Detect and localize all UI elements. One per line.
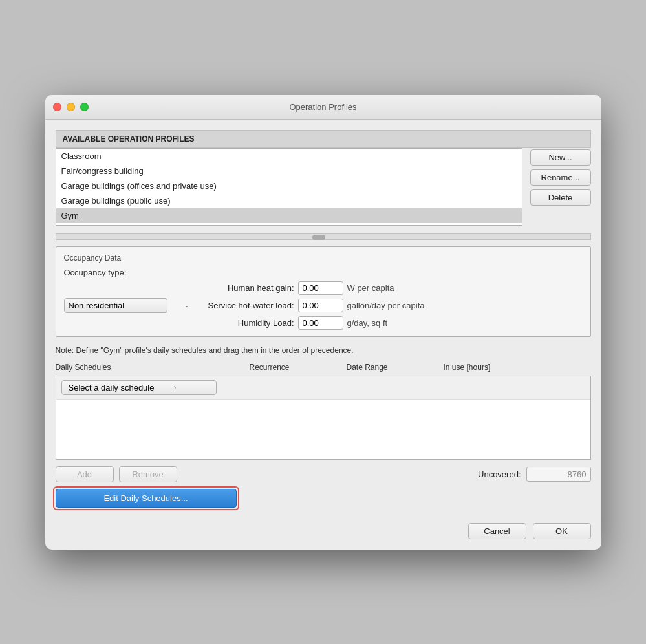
uncovered-label: Uncovered: (478, 469, 521, 479)
occupancy-fields-row: Non residential Residential Human heat g… (64, 281, 583, 330)
service-hot-water-unit: gallon/day per capita (347, 301, 425, 310)
rename-button[interactable]: Rename... (530, 169, 591, 186)
occupancy-right: Human heat gain: W per capita Service ho… (204, 281, 583, 330)
occupancy-type-select[interactable]: Non residential Residential (64, 298, 167, 313)
uncovered-section: Uncovered: (478, 467, 590, 482)
occupancy-left: Non residential Residential (64, 298, 193, 313)
titlebar-buttons (53, 103, 89, 111)
profiles-section-header: AVAILABLE OPERATION PROFILES (56, 130, 591, 148)
col-header-in-use: In use [hours] (444, 363, 508, 372)
col-header-recurrence: Recurrence (250, 363, 347, 372)
window-title: Operation Profiles (289, 102, 356, 112)
main-window: Operation Profiles AVAILABLE OPERATION P… (45, 95, 601, 550)
new-button[interactable]: New... (530, 149, 591, 166)
scrollbar-thumb[interactable] (312, 235, 325, 240)
remove-button[interactable]: Remove (119, 466, 177, 482)
profiles-list-area: Classroom Fair/congress building Garage … (56, 148, 591, 226)
minimize-button[interactable] (67, 103, 75, 111)
occupancy-title: Occupancy Data (64, 253, 583, 263)
uncovered-input[interactable] (526, 467, 591, 482)
humidity-load-unit: g/day, sq ft (347, 318, 388, 328)
humidity-load-row: Humidity Load: g/day, sq ft (204, 316, 583, 330)
schedules-table-header: Daily Schedules Recurrence Date Range In… (56, 361, 591, 373)
add-button[interactable]: Add (56, 466, 114, 482)
col-header-daily: Daily Schedules (56, 363, 250, 372)
service-hot-water-input[interactable] (298, 299, 343, 312)
profiles-list[interactable]: Classroom Fair/congress building Garage … (56, 148, 522, 226)
humidity-load-input[interactable] (298, 316, 343, 330)
profile-item-gym[interactable]: Gym (56, 208, 522, 223)
delete-button[interactable]: Delete (530, 189, 591, 206)
maximize-button[interactable] (80, 103, 89, 111)
occupancy-type-select-wrapper[interactable]: Non residential Residential (64, 298, 193, 313)
actions-row: Add Remove Uncovered: (56, 466, 591, 482)
human-heat-gain-input[interactable] (298, 281, 343, 295)
cancel-button[interactable]: Cancel (468, 523, 526, 539)
profiles-buttons: New... Rename... Delete (530, 148, 591, 226)
profile-item-classroom[interactable]: Classroom (56, 149, 522, 164)
content-area: AVAILABLE OPERATION PROFILES Classroom F… (45, 120, 601, 550)
schedule-dropdown[interactable]: Select a daily schedule › (61, 380, 217, 395)
close-button[interactable] (53, 103, 61, 111)
service-hot-water-row: Service hot-water load: gallon/day per c… (204, 299, 583, 312)
occupancy-box: Occupancy Data Occupancy type: Non resid… (56, 246, 591, 337)
ok-button[interactable]: OK (533, 523, 591, 539)
human-heat-gain-unit: W per capita (347, 283, 394, 293)
profile-item-garage-offices[interactable]: Garage buildings (offices and private us… (56, 178, 522, 193)
profile-item-garage-public[interactable]: Garage buildings (public use) (56, 193, 522, 208)
schedule-dropdown-arrow: › (173, 383, 176, 391)
horizontal-scrollbar[interactable] (56, 233, 591, 240)
human-heat-gain-row: Human heat gain: W per capita (204, 281, 583, 295)
schedule-select-row: Select a daily schedule › (56, 376, 590, 400)
human-heat-gain-label: Human heat gain: (204, 283, 294, 293)
edit-button-area: Edit Daily Schedules... (56, 489, 591, 508)
service-hot-water-label: Service hot-water load: (204, 301, 294, 310)
schedules-area: Select a daily schedule › (56, 376, 591, 460)
edit-daily-schedules-button[interactable]: Edit Daily Schedules... (56, 489, 237, 508)
schedule-dropdown-label: Select a daily schedule (69, 383, 155, 392)
profile-item-fair[interactable]: Fair/congress building (56, 164, 522, 178)
footer-row: Cancel OK (56, 517, 591, 539)
occupancy-type-row: Occupancy type: (64, 268, 583, 277)
titlebar: Operation Profiles (45, 95, 601, 120)
humidity-load-label: Humidity Load: (204, 318, 294, 328)
occupancy-type-label: Occupancy type: (64, 268, 127, 277)
col-header-date-range: Date Range (347, 363, 444, 372)
note-text: Note: Define "Gym" profile's daily sched… (56, 346, 591, 355)
edit-button-wrapper: Edit Daily Schedules... (56, 489, 237, 508)
